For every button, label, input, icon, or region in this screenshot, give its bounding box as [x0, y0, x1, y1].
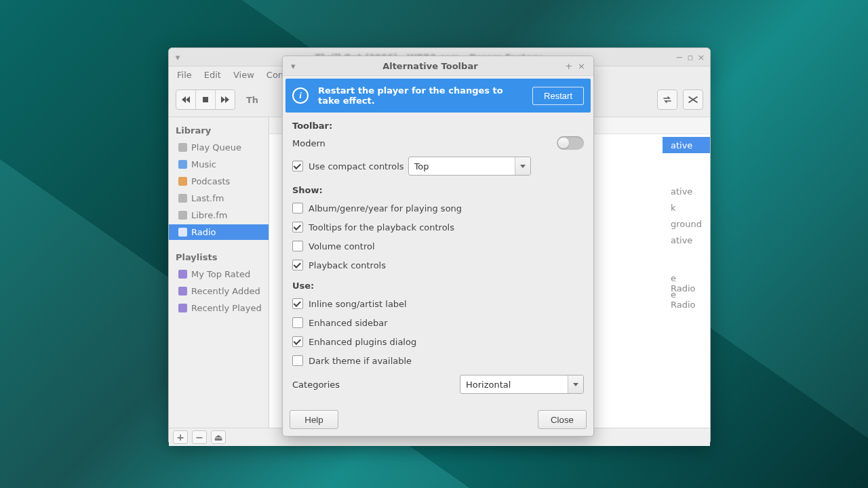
playback-buttons[interactable] [176, 89, 235, 110]
info-bar: i Restart the player for the changes to … [285, 79, 591, 113]
dialog-titlebar[interactable]: ▾ Alternative Toolbar + × [283, 56, 593, 76]
use-section-head: Use: [292, 281, 584, 291]
toolbar-section-head: Toolbar: [292, 121, 584, 131]
show-option-checkbox-0[interactable]: Album/genre/year for playing song [292, 201, 462, 216]
sidebar-item-recently-added[interactable]: Recently Added [169, 283, 269, 299]
use-option-checkbox-0[interactable]: Inline song/artist label [292, 296, 407, 311]
use-option-label: Enhanced plugins dialog [309, 337, 416, 347]
sidebar-item-music[interactable]: Music [169, 157, 269, 172]
checkbox-icon [292, 241, 303, 251]
status-add-button[interactable]: + [173, 430, 188, 444]
modern-label: Modern [292, 138, 326, 148]
menu-file[interactable]: File [177, 70, 192, 80]
use-compact-label: Use compact controls [309, 161, 404, 171]
window-minimize-icon[interactable]: − [676, 54, 683, 60]
info-icon: i [292, 87, 309, 104]
list-row-selected[interactable]: ative [663, 137, 710, 153]
checkbox-icon [292, 222, 303, 232]
sidebar[interactable]: Library Play Queue Music Podcasts Last.f… [169, 117, 269, 428]
show-option-checkbox-3[interactable]: Playback controls [292, 258, 386, 272]
list-row[interactable]: ative [663, 183, 710, 199]
sidebar-item-librefm[interactable]: Libre.fm [169, 207, 269, 223]
use-compact-checkbox[interactable]: Use compact controls [292, 159, 404, 174]
checkbox-icon [292, 260, 303, 270]
stop-icon[interactable] [195, 90, 215, 109]
desktop-background: ▾ Thrill Out (2006) · WBB3 com · Dream F… [0, 0, 868, 488]
list-row[interactable]: k [663, 199, 710, 216]
show-option-label: Playback controls [309, 260, 386, 270]
restart-button[interactable]: Restart [532, 87, 584, 105]
checkbox-icon [292, 298, 303, 309]
checkbox-icon [292, 203, 303, 214]
show-option-checkbox-1[interactable]: Tooltips for the playback controls [292, 220, 454, 235]
categories-value: Horizontal [460, 375, 568, 393]
dialog-close-icon[interactable]: × [575, 61, 588, 71]
checkbox-icon [292, 317, 303, 328]
info-message: Restart the player for the changes to ta… [318, 85, 524, 106]
checkbox-icon [292, 336, 303, 347]
status-remove-button[interactable]: − [192, 430, 207, 444]
shuffle-icon[interactable] [684, 90, 703, 109]
menu-edit[interactable]: Edit [204, 70, 221, 80]
close-button[interactable]: Close [538, 410, 587, 429]
use-option-checkbox-3[interactable]: Dark theme if available [292, 353, 412, 368]
sidebar-item-recently-played[interactable]: Recently Played [169, 300, 269, 316]
sidebar-item-play-queue[interactable]: Play Queue [169, 140, 269, 155]
now-playing-label: Th [246, 95, 258, 105]
dialog-add-icon[interactable]: + [562, 61, 575, 71]
list-row[interactable]: ground [663, 216, 710, 232]
prev-icon[interactable] [176, 90, 195, 109]
window-maximize-icon[interactable]: ▫ [687, 54, 694, 60]
categories-combobox[interactable]: Horizontal [460, 375, 584, 394]
categories-label: Categories [292, 380, 340, 390]
dialog-menu-icon[interactable]: ▾ [288, 61, 298, 71]
show-option-checkbox-2[interactable]: Volume control [292, 239, 375, 253]
chevron-down-icon[interactable] [515, 157, 530, 175]
toolbar-right-group [657, 89, 677, 110]
window-close-icon[interactable]: × [698, 54, 705, 60]
list-row[interactable]: ative [663, 232, 710, 248]
sidebar-library-head: Library [169, 123, 269, 138]
checkbox-icon [292, 161, 303, 171]
sidebar-item-radio[interactable]: Radio [169, 224, 269, 240]
dialog-footer: Help Close [283, 405, 593, 436]
next-icon[interactable] [215, 90, 235, 109]
show-section-head: Show: [292, 185, 584, 195]
svg-rect-0 [203, 97, 208, 102]
show-option-label: Album/genre/year for playing song [309, 203, 462, 214]
toolbar-right-group-2 [683, 89, 703, 110]
sidebar-playlists-head: Playlists [169, 249, 269, 265]
status-eject-button[interactable]: ⏏ [211, 430, 226, 444]
menu-view[interactable]: View [233, 70, 254, 80]
use-option-label: Inline song/artist label [309, 299, 407, 309]
show-option-label: Tooltips for the playback controls [309, 222, 454, 232]
repeat-icon[interactable] [658, 90, 677, 109]
dialog-title: Alternative Toolbar [298, 61, 563, 71]
show-option-label: Volume control [309, 241, 375, 251]
use-option-label: Enhanced sidebar [309, 318, 388, 328]
use-option-checkbox-2[interactable]: Enhanced plugins dialog [292, 334, 416, 349]
alternative-toolbar-dialog: ▾ Alternative Toolbar + × i Restart the … [282, 56, 594, 436]
modern-switch[interactable] [557, 136, 584, 150]
chevron-down-icon[interactable] [568, 375, 583, 393]
sidebar-item-lastfm[interactable]: Last.fm [169, 190, 269, 206]
window-menu-icon[interactable]: ▾ [174, 54, 181, 60]
use-option-label: Dark theme if available [309, 356, 412, 366]
checkbox-icon [292, 355, 303, 366]
position-combobox[interactable]: Top [408, 157, 531, 176]
sidebar-item-top-rated[interactable]: My Top Rated [169, 266, 269, 282]
use-option-checkbox-1[interactable]: Enhanced sidebar [292, 315, 388, 330]
sidebar-item-podcasts[interactable]: Podcasts [169, 174, 269, 189]
position-value: Top [409, 157, 515, 175]
help-button[interactable]: Help [290, 410, 338, 429]
list-row[interactable]: e Radio [663, 291, 710, 308]
